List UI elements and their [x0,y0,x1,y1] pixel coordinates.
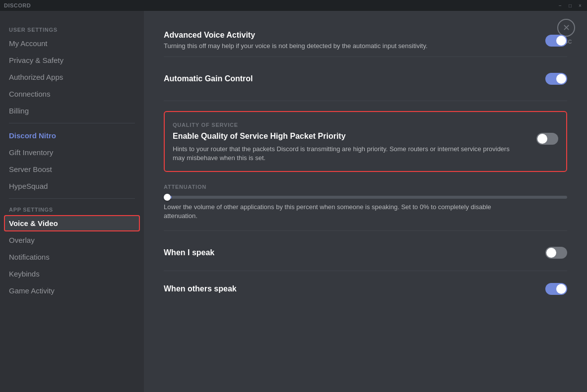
automatic-gain-control-row: Automatic Gain Control [164,65,567,93]
sidebar-item-discord-nitro[interactable]: Discord Nitro [4,127,140,144]
sidebar-item-hypesquad[interactable]: HypeSquad [4,178,140,194]
advanced-voice-activity-section: Advanced Voice Activity Turning this off… [164,23,567,53]
minimize-button[interactable]: − [557,2,563,8]
user-settings-label: USER SETTINGS [4,23,140,35]
divider-4 [164,271,567,271]
sidebar-item-keybinds[interactable]: Keybinds [4,266,140,282]
sidebar-item-server-boost[interactable]: Server Boost [4,161,140,177]
advanced-voice-activity-row: Advanced Voice Activity Turning this off… [164,23,567,53]
advanced-voice-activity-label: Advanced Voice Activity [164,31,428,40]
sidebar-item-label: Game Activity [9,286,55,295]
divider-2 [164,101,567,101]
advanced-voice-activity-toggle[interactable] [545,35,567,47]
sidebar-item-privacy-safety[interactable]: Privacy & Safety [4,52,140,68]
sidebar-item-label: Connections [9,90,50,98]
sidebar-item-my-account[interactable]: My Account [4,35,140,52]
main-layout: USER SETTINGS My Account Privacy & Safet… [0,11,587,392]
advanced-voice-activity-description: Turning this off may help if your voice … [164,42,428,51]
app-settings-label: APP SETTINGS [4,203,140,215]
sidebar-item-label: Authorized Apps [9,73,63,81]
qos-description: Hints to your router that the packets Di… [173,145,510,163]
when-i-speak-label: When I speak [164,248,214,257]
advanced-voice-activity-text: Advanced Voice Activity Turning this off… [164,31,428,51]
sidebar-item-gift-inventory[interactable]: Gift Inventory [4,144,140,161]
close-button[interactable]: × [577,2,583,8]
automatic-gain-control-toggle[interactable] [545,73,567,85]
sidebar-item-game-activity[interactable]: Game Activity [4,282,140,299]
sidebar-item-label: My Account [9,39,48,48]
sidebar-item-overlay[interactable]: Overlay [4,232,140,248]
attenuation-description: Lower the volume of other applications b… [164,203,501,221]
toggle-knob [556,284,566,294]
attenuation-section: ATTENUATION Lower the volume of other ap… [164,184,567,221]
when-others-speak-label: When others speak [164,284,237,293]
toggle-knob [556,74,566,84]
sidebar-item-voice-video[interactable]: Voice & Video [4,215,140,231]
sidebar-item-label: Server Boost [9,165,52,173]
attenuation-slider-track[interactable] [164,196,567,199]
sidebar-divider-2 [9,198,135,199]
qos-row: Enable Quality of Service High Packet Pr… [173,132,558,163]
sidebar-item-notifications[interactable]: Notifications [4,249,140,265]
sidebar: USER SETTINGS My Account Privacy & Safet… [0,11,144,392]
content-area: ✕ ESC Advanced Voice Activity Turning th… [144,11,587,392]
attenuation-section-label: ATTENUATION [164,184,567,190]
qos-label: Enable Quality of Service High Packet Pr… [173,132,510,141]
sidebar-item-label: Discord Nitro [9,131,56,140]
divider-1 [164,56,567,57]
titlebar: DISCORD − □ × [0,0,587,11]
sidebar-item-label: HypeSquad [9,182,48,190]
sidebar-item-label: Voice & Video [9,219,58,227]
sidebar-item-label: Privacy & Safety [9,56,64,64]
sidebar-item-billing[interactable]: Billing [4,103,140,119]
toggle-knob [546,248,556,258]
sidebar-item-label: Gift Inventory [9,148,53,157]
close-settings-button[interactable]: ✕ [557,19,575,37]
sidebar-item-label: Billing [9,107,29,115]
maximize-button[interactable]: □ [567,2,573,8]
when-others-speak-toggle[interactable] [545,283,567,295]
when-i-speak-row: When I speak [164,239,567,267]
app-title: DISCORD [4,2,31,8]
sidebar-divider-1 [9,123,135,123]
automatic-gain-control-label: Automatic Gain Control [164,74,253,83]
qos-toggle[interactable] [536,133,558,145]
sidebar-item-label: Notifications [9,253,50,261]
window-controls: − □ × [557,2,583,8]
toggle-knob [556,36,566,46]
sidebar-item-label: Overlay [9,236,35,244]
divider-3 [164,230,567,231]
qos-section-label: QUALITY OF SERVICE [173,122,558,128]
automatic-gain-control-text: Automatic Gain Control [164,74,253,83]
sidebar-item-authorized-apps[interactable]: Authorized Apps [4,69,140,85]
qos-text: Enable Quality of Service High Packet Pr… [173,132,510,163]
when-i-speak-toggle[interactable] [545,247,567,259]
sidebar-item-label: Keybinds [9,270,40,278]
close-icon: ✕ [563,22,570,33]
toggle-knob [537,134,547,144]
attenuation-slider-thumb[interactable] [164,194,171,201]
when-others-speak-row: When others speak [164,275,567,303]
sidebar-item-connections[interactable]: Connections [4,86,140,102]
quality-of-service-box: QUALITY OF SERVICE Enable Quality of Ser… [164,111,567,171]
